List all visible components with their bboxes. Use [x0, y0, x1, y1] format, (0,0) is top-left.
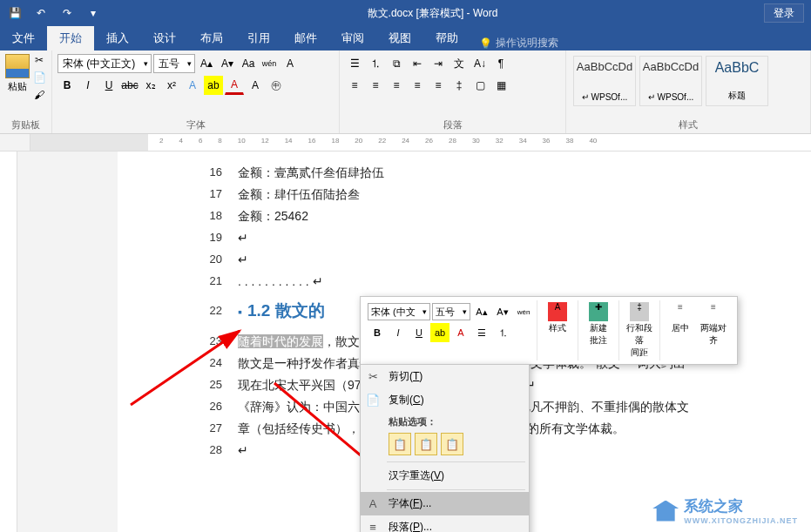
- doc-line[interactable]: 21. . . . . . . . . . . ↵: [118, 272, 788, 291]
- doc-line[interactable]: 18金额：25462: [118, 206, 788, 226]
- strike-button[interactable]: abc: [120, 76, 139, 95]
- mini-center-button[interactable]: ≡ 居中: [664, 300, 697, 360]
- mini-fontcolor-icon[interactable]: A: [451, 323, 470, 342]
- cm-cut[interactable]: ✂ 剪切(T): [361, 365, 529, 388]
- mini-italic-icon[interactable]: I: [389, 323, 408, 342]
- highlight-icon[interactable]: ab: [204, 76, 223, 95]
- subscript-button[interactable]: x₂: [141, 76, 160, 95]
- paste-keep-formatting[interactable]: 📋: [389, 433, 411, 455]
- doc-line[interactable]: 16金额：壹萬贰仟叁佰肆拾伍: [118, 163, 788, 182]
- line-spacing-icon[interactable]: ‡: [449, 76, 469, 95]
- italic-button[interactable]: I: [78, 76, 98, 95]
- superscript-button[interactable]: x²: [162, 76, 181, 95]
- line-text[interactable]: 金额：壹萬贰仟叁佰肆拾伍: [238, 163, 788, 182]
- redo-icon[interactable]: ↷: [57, 3, 77, 23]
- text-effects-icon[interactable]: A: [183, 76, 202, 95]
- mini-highlight-icon[interactable]: ab: [430, 323, 449, 342]
- line-text[interactable]: 金额：肆仟伍佰陆拾叁: [238, 185, 788, 204]
- text-direction-icon[interactable]: 文: [449, 54, 469, 73]
- bold-button[interactable]: B: [57, 76, 77, 95]
- char-border-icon[interactable]: A: [280, 54, 300, 73]
- vertical-ruler[interactable]: [0, 152, 17, 532]
- font-color-icon[interactable]: A: [225, 76, 244, 95]
- paste-button[interactable]: 粘贴: [5, 54, 30, 104]
- grow-font-icon[interactable]: A▴: [197, 54, 216, 73]
- numbering-icon[interactable]: ⒈: [366, 54, 385, 73]
- paste-text-only[interactable]: 📋: [441, 433, 463, 455]
- mini-font-select[interactable]: 宋体 (中文▾: [368, 303, 430, 320]
- style-wpsof1[interactable]: AaBbCcDd ↵ WPSOf...: [573, 56, 636, 106]
- mini-spacing-button[interactable]: ‡ 行和段落 间距: [623, 300, 656, 360]
- justify-icon[interactable]: ≡: [408, 76, 427, 95]
- mini-styles-button[interactable]: A 样式: [541, 300, 574, 336]
- enclose-char-icon[interactable]: ㊥: [267, 76, 286, 95]
- char-shading-icon[interactable]: A: [246, 76, 265, 95]
- tab-view[interactable]: 视图: [376, 26, 423, 51]
- cm-paragraph[interactable]: ≡ 段落(P)...: [361, 515, 529, 532]
- tab-help[interactable]: 帮助: [423, 26, 470, 51]
- undo-icon[interactable]: ↶: [31, 3, 51, 23]
- bullets-icon[interactable]: ☰: [345, 54, 364, 73]
- show-marks-icon[interactable]: ¶: [491, 54, 510, 73]
- tab-mailings[interactable]: 邮件: [282, 26, 329, 51]
- line-text[interactable]: ↵: [238, 228, 788, 247]
- paste-merge[interactable]: 📋: [415, 433, 437, 455]
- tab-references[interactable]: 引用: [235, 26, 282, 51]
- align-center-icon[interactable]: ≡: [366, 76, 385, 95]
- copy-icon[interactable]: 📄: [30, 71, 49, 87]
- multilevel-icon[interactable]: ⧉: [387, 54, 406, 73]
- mini-phonetic-icon[interactable]: wén: [514, 302, 533, 321]
- change-case-icon[interactable]: Aa: [239, 54, 258, 73]
- doc-line[interactable]: 17金额：肆仟伍佰陆拾叁: [118, 185, 788, 204]
- tell-me-search[interactable]: 💡 操作说明搜索: [479, 36, 558, 51]
- doc-line[interactable]: 19↵: [118, 228, 788, 247]
- cut-icon[interactable]: ✂: [30, 54, 49, 70]
- copy-icon: 📄: [366, 394, 380, 407]
- qat-more-icon[interactable]: ▾: [84, 3, 103, 23]
- horizontal-ruler[interactable]: 246810121416182022242628303234363840: [30, 134, 811, 151]
- format-painter-icon[interactable]: 🖌: [30, 89, 49, 104]
- tab-home[interactable]: 开始: [47, 26, 94, 51]
- tab-design[interactable]: 设计: [141, 26, 188, 51]
- indent-decrease-icon[interactable]: ⇤: [408, 54, 427, 73]
- save-icon[interactable]: 💾: [5, 3, 24, 23]
- mini-numbering-icon[interactable]: ⒈: [493, 323, 512, 342]
- mini-new-comment-button[interactable]: ✚ 新建 批注: [582, 300, 615, 348]
- line-text[interactable]: . . . . . . . . . . . ↵: [238, 272, 788, 291]
- window-title: 散文.docx [兼容模式] - Word: [108, 6, 757, 21]
- paragraph-group: ☰ ⒈ ⧉ ⇤ ⇥ 文 A↓ ¶ ≡ ≡ ≡ ≡ ≡ ‡ ▢ ▦ 段落: [340, 51, 566, 133]
- mini-justify-button[interactable]: ≡ 两端对齐: [697, 300, 730, 360]
- mini-underline-icon[interactable]: U: [409, 323, 429, 342]
- font-size-select[interactable]: 五号▾: [153, 54, 195, 73]
- line-text[interactable]: ↵: [238, 250, 788, 269]
- shading-icon[interactable]: ▢: [470, 76, 490, 95]
- line-text[interactable]: 金额：25462: [238, 206, 788, 226]
- style-title[interactable]: AaBbC 标题: [706, 56, 768, 106]
- tab-layout[interactable]: 布局: [188, 26, 235, 51]
- cm-hanzi-reselect[interactable]: 汉字重选(V): [361, 464, 529, 488]
- mini-grow-icon[interactable]: A▴: [472, 302, 491, 321]
- tab-review[interactable]: 审阅: [329, 26, 376, 51]
- shrink-font-icon[interactable]: A▾: [218, 54, 237, 73]
- tab-file[interactable]: 文件: [0, 26, 47, 51]
- mini-shrink-icon[interactable]: A▾: [493, 302, 512, 321]
- doc-line[interactable]: 20↵: [118, 250, 788, 269]
- align-left-icon[interactable]: ≡: [345, 76, 364, 95]
- login-button[interactable]: 登录: [764, 3, 804, 23]
- cm-font[interactable]: A 字体(F)...: [361, 492, 529, 515]
- cm-copy[interactable]: 📄 复制(C): [361, 388, 529, 412]
- style-wpsof2[interactable]: AaBbCcDd ↵ WPSOf...: [639, 56, 702, 106]
- distribute-icon[interactable]: ≡: [429, 76, 448, 95]
- sort-icon[interactable]: A↓: [470, 54, 490, 73]
- borders-icon[interactable]: ▦: [491, 76, 510, 95]
- phonetic-icon[interactable]: wén: [260, 54, 279, 73]
- mini-bullets-icon[interactable]: ☰: [472, 323, 491, 342]
- tab-insert[interactable]: 插入: [94, 26, 141, 51]
- font-name-select[interactable]: 宋体 (中文正文)▾: [57, 54, 152, 73]
- indent-increase-icon[interactable]: ⇥: [429, 54, 448, 73]
- mini-size-select[interactable]: 五号▾: [432, 303, 470, 320]
- underline-button[interactable]: U: [99, 76, 118, 95]
- ruler-area: 246810121416182022242628303234363840: [0, 134, 811, 152]
- align-right-icon[interactable]: ≡: [387, 76, 406, 95]
- mini-bold-icon[interactable]: B: [368, 323, 387, 342]
